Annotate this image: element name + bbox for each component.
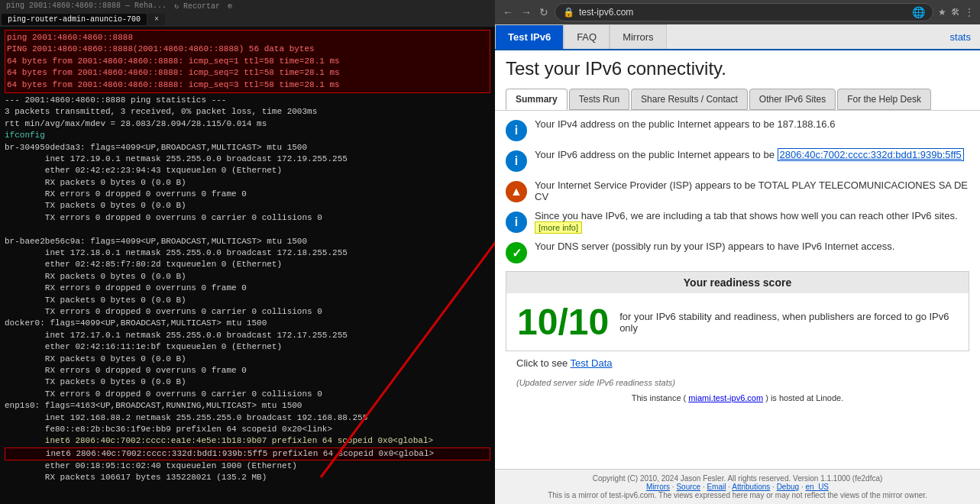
nav-tab-test-ipv6[interactable]: Test IPv6 [495,24,564,49]
info-icon-ipv6: i [506,150,527,172]
stats-link[interactable]: stats [941,27,980,47]
checkmark-icon-dns: ✓ [506,242,527,263]
terminal-panel: ping 2001:4860:4860::8888 — Reha... ↻ Re… [0,0,495,504]
terminal-line: ether 02:42:16:11:1e:bf txqueuelen 0 (Et… [5,341,490,353]
terminal-line: ping 2001:4860:4860::8888 [7,32,488,44]
nav-tab-faq[interactable]: FAQ [564,24,610,49]
terminal-line: RX errors 0 dropped 0 overruns 0 frame 0 [5,365,490,376]
more-info-link[interactable]: [more info] [535,221,582,234]
ipv6-row: i Your IPv6 address on the public Intern… [506,149,969,172]
main-content: i Your IPv4 address on the public Intern… [495,111,980,469]
linode-link[interactable]: miami.test-ipv6.com [688,393,763,402]
terminal-line: ether 00:18:95:1c:02:40 txqueuelen 1000 … [5,460,490,472]
url-bar[interactable]: 🔒 test-ipv6.com 🌐 [555,3,933,21]
lock-icon: 🔒 [563,7,574,18]
terminal-line: rtt min/avg/max/mdev = 28.083/28.094/28.… [5,118,490,130]
reload-button[interactable]: ↻ [538,5,550,20]
footer-mirror-note: This is a mirror of test-ipv6.com. The v… [506,491,969,499]
ipv4-text: Your IPv4 address on the public Internet… [535,118,969,130]
terminal-line: br-304959ded3a3: flags=4099<UP,BROADCAST… [5,142,490,153]
terminal-tab-close[interactable]: × [148,14,165,25]
terminal-tabs: ping-router-admin-anuncio-700 × [0,12,495,27]
bookmark-icon[interactable]: ★ [938,7,946,18]
terminal-line: TX packets 0 bytes 0 (0.0 B) [5,376,490,388]
terminal-line: 64 bytes from 2001:4860:4860::8888: icmp… [7,67,488,79]
terminal-line: br-baee2be56c9a: flags=4099<UP,BROADCAST… [5,236,490,247]
linode-text-before: This instance ( [632,393,687,402]
terminal-line: inet 172.18.0.1 netmask 255.255.0.0 broa… [5,247,490,259]
footer-link-debug[interactable]: Debug [777,483,799,491]
page-title: Test your IPv6 connectivity. [506,58,969,79]
terminal-topbar: ping 2001:4860:4860::8888 — Reha... ↻ Re… [0,0,495,12]
terminal-line: docker0: flags=4099<UP,BROADCAST,MULTICA… [5,318,490,329]
terminal-line: ifconfig [5,130,490,141]
footer-locale[interactable]: en_US [805,483,829,491]
terminal-line: inet 172.17.0.1 netmask 255.255.0.0 broa… [5,330,490,341]
terminal-line: 64 bytes from 2001:4860:4860::8888: icmp… [7,79,488,91]
browser-chrome: ← → ↻ 🔒 test-ipv6.com 🌐 ★ 🛠 ⋮ [495,0,980,24]
terminal-line: RX packets 0 bytes 0 (0.0 B) [5,177,490,189]
ipv6-text-before: Your IPv6 address on the public Internet… [535,149,778,160]
ipv6-text: Your IPv6 address on the public Internet… [535,149,969,160]
terminal-line: TX packets 0 bytes 0 (0.0 B) [5,200,490,212]
terminal-line: TX errors 0 dropped 0 overruns 0 carrier… [5,306,490,318]
site-nav-tabs: Test IPv6 FAQ Mirrors stats [495,24,980,50]
isp-row: ▲ Your Internet Service Provider (ISP) a… [506,179,969,202]
terminal-line: fe80::e8:2b:bc36:1f9e:bb9 prefixlen 64 s… [5,424,490,435]
test-data-link[interactable]: Test Data [571,357,613,369]
terminal-line: inet 172.19.0.1 netmask 255.255.0.0 broa… [5,153,490,165]
footer-copyright: Copyright (C) 2010, 2024 Jason Fesler. A… [506,474,969,483]
terminal-line: TX packets 0 bytes 0 (0.0 B) [5,295,490,306]
info-icon-moreinfo: i [506,212,527,233]
terminal-line: --- 2001:4860:4860::8888 ping statistics… [5,95,490,106]
translate-icon: 🌐 [912,6,925,18]
terminal-recortar[interactable]: ↻ Recortar [174,2,220,11]
menu-icon[interactable]: ⋮ [965,7,974,18]
terminal-line-inet6-2: inet6 2806:40c:7002:cccc:332d:bdd1:939b:… [5,447,490,460]
readiness-section: Your readiness score 10/10 for your IPv6… [506,271,969,351]
more-info-row: i Since you have IPv6, we are including … [506,210,969,233]
footer-link-source[interactable]: Source [676,483,700,491]
extension-icon[interactable]: 🛠 [951,7,960,18]
linode-note: This instance ( miami.test-ipv6.com ) is… [506,390,969,405]
terminal-line: ether 02:42:e2:23:94:43 txqueuelen 0 (Et… [5,165,490,176]
back-button[interactable]: ← [501,5,515,20]
page-header: Test your IPv6 connectivity. [495,50,980,89]
isp-text: Your Internet Service Provider (ISP) app… [535,179,969,202]
more-info-text: Since you have IPv6, we are including a … [535,210,969,233]
arrow-icon-isp: ▲ [506,181,527,202]
content-tab-summary[interactable]: Summary [506,89,568,110]
ipv4-row: i Your IPv4 address on the public Intern… [506,118,969,141]
terminal-capture[interactable]: ⊕ [228,2,232,11]
readiness-body: 10/10 for your IPv6 stability and readin… [506,293,969,351]
dns-text: Your DNS server (possibly run by your IS… [535,241,969,252]
url-text: test-ipv6.com [579,7,633,18]
footer: Copyright (C) 2010, 2024 Jason Fesler. A… [495,469,980,504]
terminal-output: ping 2001:4860:4860::8888 PING 2001:4860… [0,27,495,485]
footer-link-attributions[interactable]: Attributions [732,483,770,491]
terminal-tab-1[interactable]: ping-router-admin-anuncio-700 [2,14,147,25]
terminal-line: RX errors 0 dropped 0 overruns 0 frame 0 [5,283,490,294]
terminal-line: RX errors 0 dropped 0 overruns 0 frame 0 [5,189,490,200]
content-tab-help[interactable]: For the Help Desk [837,89,931,110]
terminal-line: 64 bytes from 2001:4860:4860::8888: icmp… [7,56,488,67]
ipv6-address: 2806:40c:7002:cccc:332d:bdd1:939b:5ff5 [778,148,964,161]
content-tab-other[interactable]: Other IPv6 Sites [749,89,836,110]
content-tab-tests-run[interactable]: Tests Run [569,89,629,110]
footer-links: Mirrors · Source · Email · Attributions … [506,483,969,491]
terminal-line: RX packets 0 bytes 0 (0.0 B) [5,354,490,365]
terminal-line [5,224,490,235]
browser-panel: ← → ↻ 🔒 test-ipv6.com 🌐 ★ 🛠 ⋮ Test IPv6 … [495,0,980,504]
terminal-line: TX errors 0 dropped 0 overruns 0 carrier… [5,212,490,224]
terminal-line: ether 02:42:85:f7:80:2d txqueuelen 0 (Et… [5,259,490,270]
forward-button[interactable]: → [519,5,533,20]
content-tab-share[interactable]: Share Results / Contact [631,89,748,110]
footer-link-mirrors[interactable]: Mirrors [646,483,670,491]
test-data-label: Click to see [516,357,571,369]
dns-row: ✓ Your DNS server (possibly run by your … [506,241,969,263]
footer-link-email[interactable]: Email [707,483,726,491]
nav-tab-mirrors[interactable]: Mirrors [610,24,666,49]
terminal-line: RX packets 106617 bytes 135228021 (135.2… [5,472,490,483]
terminal-info: ping 2001:4860:4860::8888 — Reha... [6,2,167,11]
readiness-header: Your readiness score [506,272,969,293]
